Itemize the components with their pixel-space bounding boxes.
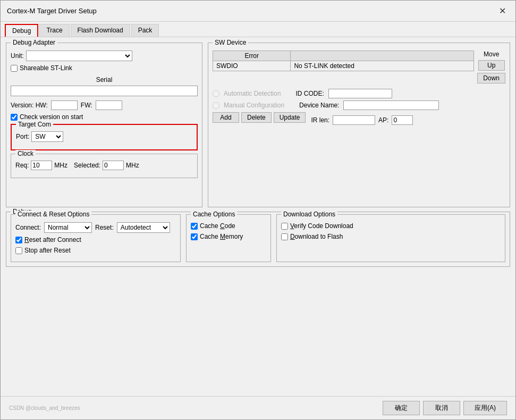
port-label: Port: xyxy=(16,133,29,140)
serial-input[interactable] xyxy=(11,86,198,96)
delete-button[interactable]: Delete xyxy=(241,112,272,123)
cache-code-checkbox[interactable] xyxy=(191,223,198,230)
apply-button[interactable]: 应用(A) xyxy=(463,401,507,415)
req-unit: MHz xyxy=(54,162,67,169)
sw-table-wrapper: Error SWDIO No ST-LINK detected xyxy=(213,51,474,86)
reset-select[interactable]: Autodetect Software Hardware xyxy=(117,222,170,233)
verify-code-label: Verify Code Download xyxy=(290,222,353,230)
tab-trace[interactable]: Trace xyxy=(39,24,69,37)
fw-label: FW: xyxy=(81,102,92,109)
sw-device-inner: Error SWDIO No ST-LINK detected xyxy=(213,51,505,86)
req-label: Req: xyxy=(15,162,29,169)
unit-select[interactable] xyxy=(26,51,132,61)
top-section: Debug Adapter Unit: Shareable ST-Link Se… xyxy=(6,43,510,207)
ap-input[interactable] xyxy=(392,115,413,125)
device-name-label: Device Name: xyxy=(299,102,339,109)
verify-code-row: Verify Code Download xyxy=(281,222,501,230)
ap-label: AP: xyxy=(378,116,388,124)
cache-code-label: Cache Code xyxy=(200,222,235,230)
auto-detection-label: Automatic Detection xyxy=(224,90,281,97)
stop-after-reset-row: Stop after Reset xyxy=(15,247,176,254)
reset-after-connect-checkbox[interactable] xyxy=(15,237,22,243)
up-button[interactable]: Up xyxy=(478,60,505,71)
unit-row: Unit: xyxy=(11,51,198,61)
req-input[interactable] xyxy=(31,161,52,170)
selected-input[interactable] xyxy=(103,161,124,170)
tab-pack[interactable]: Pack xyxy=(131,24,159,37)
clock-group: Clock Req: MHz Selected: MHz xyxy=(11,154,198,178)
download-to-flash-checkbox[interactable] xyxy=(281,233,288,240)
connect-row: Connect: Normal Under Reset Connect & Re… xyxy=(15,222,176,233)
debug-adapter-label: Debug Adapter xyxy=(11,39,57,46)
debug-adapter-group: Debug Adapter Unit: Shareable ST-Link Se… xyxy=(6,43,202,207)
shareable-checkbox[interactable] xyxy=(11,65,18,72)
ok-button[interactable]: 确定 xyxy=(383,401,420,415)
tabs-bar: Debug Trace Flash Download Pack xyxy=(1,22,515,37)
download-options-group: Download Options Verify Code Download Do… xyxy=(276,214,505,262)
main-content: Debug Adapter Unit: Shareable ST-Link Se… xyxy=(1,37,515,396)
auto-detection-row: Automatic Detection ID CODE: xyxy=(213,89,505,98)
shareable-label: Shareable ST-Link xyxy=(20,64,72,72)
check-version-row: Check version on start xyxy=(11,113,198,121)
download-options-label: Download Options xyxy=(281,211,337,218)
down-button[interactable]: Down xyxy=(477,73,505,83)
cache-memory-row: Cache Memory xyxy=(191,233,266,240)
clock-label: Clock xyxy=(15,150,36,157)
cancel-button[interactable]: 取消 xyxy=(423,401,460,415)
cache-memory-checkbox[interactable] xyxy=(191,233,198,240)
watermark-text: CSDN @clouds_and_breezes xyxy=(9,405,80,411)
add-button[interactable]: Add xyxy=(213,112,239,123)
unit-label: Unit: xyxy=(11,52,24,60)
verify-code-checkbox[interactable] xyxy=(281,223,288,230)
fw-input[interactable] xyxy=(96,100,122,110)
target-com-label: Target Com xyxy=(16,121,53,128)
tab-flash-download[interactable]: Flash Download xyxy=(71,24,130,37)
check-version-checkbox[interactable] xyxy=(11,114,18,121)
stop-after-reset-checkbox[interactable] xyxy=(15,247,22,254)
id-code-label: ID CODE: xyxy=(295,90,324,97)
check-version-label: Check version on start xyxy=(20,113,83,121)
shareable-row: Shareable ST-Link xyxy=(11,64,198,72)
serial-label: Serial xyxy=(11,76,198,83)
stop-after-reset-label: Stop after Reset xyxy=(24,247,71,254)
tab-debug[interactable]: Debug xyxy=(5,24,38,37)
connect-reset-group: Connect & Reset Options Connect: Normal … xyxy=(11,214,181,262)
footer: CSDN @clouds_and_breezes 确定 取消 应用(A) xyxy=(1,396,515,419)
reset-label: Reset: xyxy=(95,224,114,231)
move-column: Move Up Down xyxy=(477,51,505,86)
swdio-cell: SWDIO xyxy=(213,61,291,71)
connect-label: Connect: xyxy=(15,224,41,231)
table-row: SWDIO No ST-LINK detected xyxy=(213,61,474,71)
window-title: Cortex-M Target Driver Setup xyxy=(7,7,97,15)
hw-input[interactable] xyxy=(51,100,78,110)
debug-inner: Connect & Reset Options Connect: Normal … xyxy=(11,214,505,262)
main-window: Cortex-M Target Driver Setup ✕ Debug Tra… xyxy=(0,0,516,420)
id-code-input[interactable] xyxy=(328,89,392,98)
no-stlink-cell: No ST-LINK detected xyxy=(291,61,474,71)
sw-buttons: Add Delete Update xyxy=(213,112,306,125)
device-name-input[interactable] xyxy=(343,100,439,110)
sw-device-label: SW Device xyxy=(213,39,248,46)
download-to-flash-label: Download to Flash xyxy=(290,233,343,240)
connect-reset-label: Connect & Reset Options xyxy=(15,211,91,218)
sw-table: Error SWDIO No ST-LINK detected xyxy=(213,51,474,71)
port-select[interactable]: SW JTAG xyxy=(31,131,63,142)
ir-ap-row: IR len: AP: xyxy=(311,115,413,125)
ir-len-label: IR len: xyxy=(311,116,329,124)
auto-detection-radio[interactable] xyxy=(213,90,219,97)
manual-config-radio[interactable] xyxy=(213,102,219,109)
ir-len-input[interactable] xyxy=(333,115,375,125)
clock-row: Req: MHz Selected: MHz xyxy=(15,161,193,170)
update-button[interactable]: Update xyxy=(274,112,306,123)
empty-header xyxy=(291,51,474,61)
version-row: Version: HW: FW: xyxy=(11,100,198,110)
cache-memory-label: Cache Memory xyxy=(200,233,243,240)
action-row: Add Delete Update IR len: AP: xyxy=(213,112,505,128)
reset-after-connect-label: Reset after Connect xyxy=(24,236,81,243)
selected-unit: MHz xyxy=(126,162,139,169)
move-label: Move xyxy=(484,51,499,58)
title-bar: Cortex-M Target Driver Setup ✕ xyxy=(1,1,515,22)
debug-group: Debug Connect & Reset Options Connect: N… xyxy=(6,212,510,267)
connect-select[interactable]: Normal Under Reset Connect & Reset xyxy=(44,222,92,233)
close-button[interactable]: ✕ xyxy=(496,5,509,17)
